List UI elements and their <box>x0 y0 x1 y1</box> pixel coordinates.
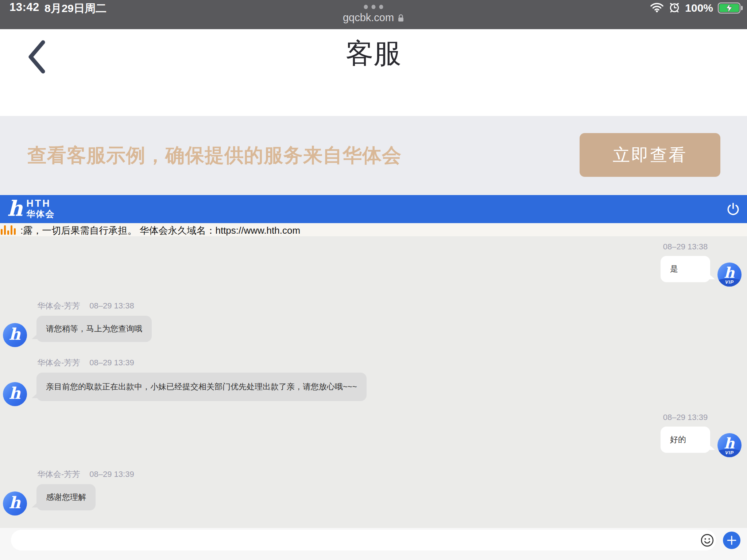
chat-message-incoming: h 华体会-芳芳08–29 13:39 感谢您理解 <box>3 469 134 510</box>
emoji-button[interactable] <box>700 533 714 547</box>
page-header: 客服 <box>0 29 747 116</box>
avatar: h <box>3 323 27 347</box>
battery-charging-icon <box>718 3 740 13</box>
message-meta: 华体会-芳芳08–29 13:39 <box>36 469 134 480</box>
vip-badge: VIP <box>717 449 742 457</box>
avatar-h-icon: h <box>9 385 20 401</box>
notice-text: :露，一切后果需自行承担。 华体会永久域名：https://www.hth.co… <box>20 224 300 236</box>
lock-icon <box>398 13 404 25</box>
page-dots-icon <box>364 5 383 9</box>
page-title: 客服 <box>0 36 747 70</box>
message-time: 08–29 13:39 <box>89 358 134 367</box>
message-bubble[interactable]: 感谢您理解 <box>36 484 96 510</box>
message-bubble[interactable]: 亲目前您的取款正在出款中，小妹已经提交相关部门优先处理出款了亲，请您放心哦~~~ <box>36 373 367 401</box>
composer-bar <box>0 528 747 560</box>
chat-message-incoming: h 华体会-芳芳08–29 13:38 请您稍等，马上为您查询哦 <box>3 300 152 342</box>
message-bubble[interactable]: 请您稍等，马上为您查询哦 <box>36 316 152 342</box>
chat-message-outgoing: 08–29 13:39 好的 h VIP <box>661 413 742 453</box>
avatar: h <box>3 491 27 516</box>
avatar-h-icon: h <box>9 495 20 511</box>
sender-name: 华体会-芳芳 <box>37 358 80 367</box>
message-meta: 华体会-芳芳08–29 13:38 <box>36 300 152 311</box>
vip-badge: VIP <box>717 279 742 287</box>
notice-marquee: :露，一切后果需自行承担。 华体会永久域名：https://www.hth.co… <box>0 223 747 236</box>
message-bubble[interactable]: 好的 <box>661 427 710 453</box>
message-time: 08–29 13:38 <box>89 301 134 310</box>
power-button[interactable] <box>726 202 740 217</box>
chat-message-incoming: h 华体会-芳芳08–29 13:39 亲目前您的取款正在出款中，小妹已经提交相… <box>3 357 367 401</box>
hth-logo: h HTH 华体会 <box>7 197 55 221</box>
brand-bar: h HTH 华体会 <box>0 195 747 223</box>
logo-name: HTH <box>26 198 55 209</box>
chat-message-outgoing: 08–29 13:38 是 h VIP <box>661 242 742 282</box>
message-input[interactable] <box>11 530 716 551</box>
battery-percent: 100% <box>685 2 713 14</box>
status-bar: 13:42 8月29日周二 gqcbk.com 100% <box>0 0 747 29</box>
announcement-icon <box>1 225 16 235</box>
wifi-icon <box>650 2 664 14</box>
view-now-button[interactable]: 立即查看 <box>580 133 720 177</box>
promo-text: 查看客服示例，确保提供的服务来自华体会 <box>27 143 402 169</box>
message-time: 08–29 13:39 <box>661 413 710 422</box>
chat-area: 08–29 13:38 是 h VIP h 华体会-芳芳08–29 13:38 … <box>0 236 747 528</box>
sender-name: 华体会-芳芳 <box>37 301 80 310</box>
avatar-h-icon: h <box>9 326 20 342</box>
power-icon <box>726 202 740 217</box>
avatar-h-icon: h <box>724 265 735 280</box>
avatar: h <box>3 382 27 406</box>
avatar-h-icon: h <box>724 436 735 451</box>
smiley-icon <box>700 533 714 547</box>
logo-chinese-name: 华体会 <box>26 209 55 219</box>
plus-icon <box>726 535 737 546</box>
message-meta: 华体会-芳芳08–29 13:39 <box>36 357 367 368</box>
address-bar[interactable]: gqcbk.com <box>0 12 747 25</box>
logo-h-icon: h <box>7 197 23 221</box>
url-text: gqcbk.com <box>343 12 394 23</box>
status-icons: 100% <box>650 1 740 15</box>
message-time: 08–29 13:38 <box>661 242 710 252</box>
alarm-clock-icon <box>669 1 680 15</box>
add-attachment-button[interactable] <box>723 532 740 549</box>
avatar: h VIP <box>717 433 742 457</box>
promo-banner: 查看客服示例，确保提供的服务来自华体会 立即查看 <box>0 116 747 195</box>
message-time: 08–29 13:39 <box>89 470 134 479</box>
message-bubble[interactable]: 是 <box>661 256 710 282</box>
avatar: h VIP <box>717 262 742 287</box>
sender-name: 华体会-芳芳 <box>37 470 80 479</box>
